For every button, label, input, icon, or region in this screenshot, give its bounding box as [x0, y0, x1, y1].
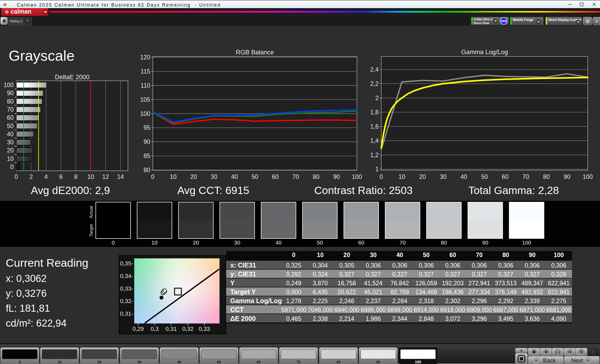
svg-text:0,33: 0,33 — [199, 326, 210, 332]
svg-text:100: 100 — [583, 173, 593, 180]
svg-text:10: 10 — [7, 155, 14, 162]
svg-text:30: 30 — [211, 173, 217, 180]
svg-text:70: 70 — [7, 106, 14, 113]
svg-text:40: 40 — [231, 173, 238, 180]
svg-text:0: 0 — [151, 173, 155, 180]
svg-text:80: 80 — [143, 167, 150, 173]
svg-text:1,2: 1,2 — [370, 152, 379, 158]
svg-text:6: 6 — [59, 173, 63, 180]
svg-text:2,4: 2,4 — [370, 66, 379, 73]
svg-text:70: 70 — [523, 173, 529, 180]
svg-text:0,29: 0,29 — [133, 326, 144, 332]
svg-text:Gamma Log/Log: Gamma Log/Log — [461, 48, 508, 55]
svg-text:2,2: 2,2 — [370, 80, 379, 87]
svg-text:95: 95 — [143, 124, 150, 131]
svg-text:110: 110 — [141, 82, 150, 89]
svg-text:0: 0 — [15, 173, 18, 180]
svg-text:100: 100 — [4, 82, 14, 88]
svg-text:120: 120 — [140, 54, 150, 61]
svg-text:60: 60 — [7, 114, 14, 121]
svg-text:100: 100 — [140, 110, 150, 117]
svg-text:0,31-: 0,31- — [120, 310, 133, 317]
svg-text:90: 90 — [143, 138, 150, 145]
svg-text:DeltaE 2000: DeltaE 2000 — [55, 73, 89, 81]
svg-text:0,31: 0,31 — [166, 326, 177, 332]
svg-text:20: 20 — [419, 173, 426, 180]
svg-text:80: 80 — [313, 173, 319, 180]
svg-text:40: 40 — [461, 173, 467, 180]
svg-text:14: 14 — [117, 173, 124, 180]
svg-text:0,35-: 0,35- — [120, 260, 133, 267]
svg-text:100: 100 — [352, 173, 362, 180]
svg-text:8: 8 — [74, 173, 77, 180]
svg-text:RGB Balance: RGB Balance — [236, 49, 274, 56]
svg-text:30: 30 — [440, 173, 447, 180]
svg-text:115: 115 — [141, 68, 150, 75]
svg-text:10: 10 — [170, 173, 177, 180]
svg-text:90: 90 — [333, 173, 340, 180]
svg-text:0,33-: 0,33- — [120, 285, 133, 292]
svg-text:50: 50 — [7, 123, 14, 129]
svg-text:20: 20 — [7, 147, 14, 154]
svg-text:Avg dE2000: 2,9: Avg dE2000: 2,9 — [31, 184, 110, 196]
svg-text:0,32: 0,32 — [182, 326, 194, 332]
svg-text:20: 20 — [190, 173, 197, 180]
svg-text:1,8: 1,8 — [370, 109, 379, 116]
svg-text:0: 0 — [10, 163, 14, 170]
svg-text:60: 60 — [502, 173, 509, 180]
svg-text:Avg CCT: 6915: Avg CCT: 6915 — [177, 184, 249, 196]
svg-text:40: 40 — [7, 131, 14, 138]
svg-text:50: 50 — [251, 173, 258, 180]
svg-text:1,4: 1,4 — [370, 137, 379, 144]
svg-text:∞: ∞ — [568, 349, 571, 354]
svg-text:0: 0 — [380, 173, 383, 180]
svg-text:90: 90 — [7, 90, 14, 96]
svg-text:Contrast Ratio: 2503: Contrast Ratio: 2503 — [314, 184, 413, 196]
svg-text:80: 80 — [7, 98, 14, 105]
svg-text:Grayscale: Grayscale — [9, 47, 75, 64]
svg-text:12: 12 — [102, 173, 109, 180]
svg-text:2: 2 — [375, 95, 379, 101]
svg-text:90: 90 — [564, 173, 570, 180]
svg-text:1,6: 1,6 — [370, 123, 379, 130]
svg-text:50: 50 — [481, 173, 488, 180]
svg-text:80: 80 — [543, 173, 550, 180]
svg-text:0,32-: 0,32- — [120, 298, 133, 304]
svg-text:1: 1 — [375, 166, 379, 173]
svg-text:105: 105 — [140, 96, 150, 103]
svg-text:2: 2 — [30, 173, 33, 180]
svg-text:0,34-: 0,34- — [120, 273, 133, 279]
svg-text:Total Gamma: 2,28: Total Gamma: 2,28 — [468, 184, 559, 196]
svg-text:85: 85 — [143, 152, 150, 159]
svg-text:70: 70 — [292, 173, 299, 180]
svg-text:60: 60 — [272, 173, 279, 180]
svg-text:↻: ↻ — [580, 350, 583, 354]
svg-text:4: 4 — [44, 173, 48, 180]
svg-text:[··]: [··] — [556, 350, 560, 354]
svg-text:10: 10 — [399, 173, 405, 180]
svg-text:0,3: 0,3 — [151, 326, 159, 332]
svg-text:30: 30 — [7, 139, 14, 146]
svg-text:10: 10 — [87, 173, 94, 180]
